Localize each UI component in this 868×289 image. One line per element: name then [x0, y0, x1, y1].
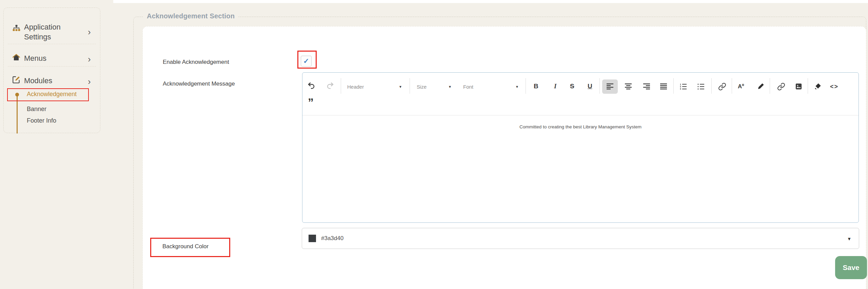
- color-swatch: [309, 235, 316, 242]
- background-color-label: Background Color: [162, 243, 209, 250]
- section-legend: Acknowledgement Section: [143, 12, 238, 20]
- sidebar-item-footer-info[interactable]: Footer Info: [27, 117, 56, 124]
- sidebar-item-menus[interactable]: Menus ›: [4, 51, 100, 66]
- ordered-list-button[interactable]: [679, 83, 687, 90]
- sidebar-divider: [8, 66, 96, 67]
- bold-button[interactable]: B: [534, 83, 538, 90]
- toolbar-divider: [732, 78, 732, 94]
- toolbar-divider: [341, 78, 341, 94]
- acknowledgement-form-panel: Enable Acknowledgement ✓ Acknowledgement…: [142, 26, 866, 289]
- toolbar-divider: [526, 78, 526, 94]
- code-button[interactable]: <>: [830, 83, 839, 90]
- chevron-right-icon: ›: [88, 77, 91, 86]
- enable-acknowledgement-label: Enable Acknowledgement: [163, 59, 229, 66]
- toolbar-divider: [808, 78, 808, 94]
- save-button[interactable]: Save: [835, 256, 867, 279]
- acknowledgement-message-label: Acknowledgement Message: [163, 80, 235, 87]
- clean-format-button[interactable]: [814, 83, 822, 90]
- chevron-right-icon: ›: [88, 55, 91, 64]
- redo-button[interactable]: [326, 82, 334, 90]
- acknowledgement-message-text[interactable]: Committed to creating the best Library M…: [302, 124, 859, 129]
- align-justify-button[interactable]: [660, 83, 667, 90]
- caret-down-icon: ▼: [847, 236, 851, 241]
- align-left-button[interactable]: [606, 83, 614, 90]
- sidebar-item-label: Modules: [24, 76, 83, 86]
- font-select[interactable]: Font: [463, 84, 473, 90]
- rich-text-editor: Header ▼ Size ▼ Font ▼ B I S U: [302, 72, 859, 223]
- sidebar-item-acknowledgement[interactable]: Acknowledgement: [27, 91, 77, 98]
- highlight-pen-button[interactable]: [757, 83, 765, 90]
- header-select[interactable]: Header: [347, 84, 364, 90]
- size-select[interactable]: Size: [417, 84, 427, 90]
- toolbar-divider: [770, 78, 770, 94]
- sidebar-item-banner[interactable]: Banner: [27, 106, 46, 113]
- chevron-right-icon: ›: [88, 28, 91, 36]
- acknowledgement-settings-page: Application Settings › Menus › Modul: [0, 0, 868, 289]
- chevron-down-icon[interactable]: ▼: [515, 85, 519, 89]
- top-strip: [113, 0, 868, 3]
- background-color-value: #3a3d40: [321, 235, 343, 242]
- background-color-select[interactable]: #3a3d40 ▼: [302, 228, 859, 249]
- toolbar-divider: [673, 78, 674, 94]
- align-right-button[interactable]: [643, 83, 650, 90]
- strikethrough-button[interactable]: S: [570, 83, 574, 90]
- home-icon: [12, 53, 21, 62]
- toolbar-separator: [302, 115, 859, 115]
- italic-button[interactable]: I: [554, 83, 556, 90]
- sidebar-item-label: Menus: [24, 53, 83, 63]
- enable-acknowledgement-checkbox[interactable]: ✓: [301, 56, 312, 67]
- align-center-button[interactable]: [625, 83, 632, 90]
- chevron-down-icon[interactable]: ▼: [448, 85, 452, 89]
- undo-button[interactable]: [307, 82, 315, 90]
- toolbar-divider: [711, 78, 712, 94]
- sidebar-divider: [8, 44, 96, 44]
- sidebar-item-label: Application Settings: [24, 22, 83, 42]
- toolbar-divider: [599, 78, 600, 94]
- edit-icon: [12, 75, 21, 85]
- check-icon: ✓: [303, 57, 309, 65]
- blockquote-button[interactable]: ”: [308, 96, 314, 108]
- sidebar-item-application-settings[interactable]: Application Settings ›: [4, 21, 100, 44]
- link-button-2[interactable]: [777, 83, 785, 91]
- toolbar-divider: [410, 78, 410, 94]
- bullet-list-button[interactable]: [697, 83, 705, 90]
- image-button[interactable]: [795, 83, 803, 90]
- sidebar-item-modules[interactable]: Modules ›: [4, 74, 100, 89]
- sidebar: Application Settings › Menus › Modul: [3, 7, 100, 133]
- sitemap-icon: [12, 24, 21, 33]
- chevron-down-icon[interactable]: ▼: [399, 85, 402, 89]
- text-color-button[interactable]: Aº: [738, 83, 744, 90]
- link-button[interactable]: [718, 83, 726, 91]
- underline-button[interactable]: U: [588, 83, 592, 90]
